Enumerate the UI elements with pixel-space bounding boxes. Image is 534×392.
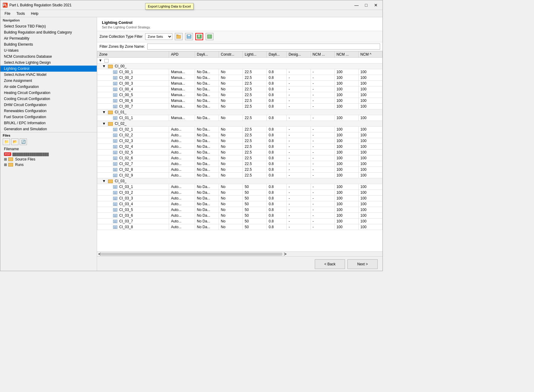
open-folder-button[interactable]: 📁 [3,138,10,145]
table-row[interactable]: □ CI_02_9 Auto... No Da... No 22.5 0.8 -… [97,173,383,178]
panel-header: Lighting Control Set the Lighting Contro… [97,17,383,31]
group-toggle-icon[interactable]: ▼ [102,179,106,183]
close-button[interactable]: ✕ [372,2,380,8]
zone-constr: No [219,173,243,178]
zone-dayli1: No Da... [195,161,219,167]
nav-item-select-hvac[interactable]: Select Active HVAC Model [0,72,97,78]
table-row[interactable]: □ CI_00_2 Manua... No Da... No 22.5 0.8 … [97,75,383,81]
nav-item-lighting-control[interactable]: Lighting Control [0,66,97,72]
navigation-scroll[interactable]: Select Source TBD File(s) Building Regul… [0,23,97,271]
files-section: Files 📁 📂 🔄 Filename PDF ███████████████… [0,132,97,169]
project-file[interactable]: PDF █████████████████ [3,152,94,157]
zone-d2: 0.8 [267,127,287,132]
source-files-folder[interactable]: ⊞ Source Files [3,157,94,162]
table-row[interactable]: □ CI_02_4 Auto... No Da... No 22.5 0.8 -… [97,144,383,150]
nav-item-cooling-circuit[interactable]: Cooling Circuit Configuration [0,96,97,102]
next-button[interactable]: Next > [347,259,378,269]
scroll-left-button[interactable]: < [98,251,101,257]
menu-tools[interactable]: Tools [13,11,28,16]
export-excel-button[interactable]: X [195,33,203,40]
open-file-button[interactable]: 📂 [11,138,18,145]
col-constr: Constr... [219,51,243,58]
nav-item-u-values[interactable]: U-Values [0,47,97,53]
open-folder-toolbar-button[interactable] [175,33,183,40]
table-row[interactable]: □ CI_02_2 Auto... No Da... No 22.5 0.8 -… [97,132,383,138]
table-row[interactable]: □ CI_03_1 Auto... No Da... No 50 0.8 - -… [97,184,383,190]
menu-file[interactable]: File [2,11,13,16]
nav-item-heating-circuit[interactable]: Heating Circuit Configuration [0,90,97,96]
table-row[interactable]: □ CI_00_4 Manua... No Da... No 22.5 0.8 … [97,86,383,92]
nav-item-select-active-lighting[interactable]: Select Active Lighting Design [0,60,97,66]
zone-n1: 100 [334,173,358,178]
nav-item-building-reg[interactable]: Building Regulation and Building Categor… [0,29,97,35]
hscroll-bar[interactable]: < > [97,251,383,256]
nav-item-air-side[interactable]: Air-side Configuration [0,84,97,90]
zone-icon: □ [113,225,117,229]
table-row[interactable]: □ CI_03_7 Auto... No Da... No 50 0.8 - -… [97,219,383,224]
group-toggle-icon[interactable]: ▼ [102,121,106,126]
runs-folder[interactable]: ⊞ Runs [3,162,94,167]
zone-label: CI_00_7 [119,104,133,109]
zone-apd: Auto... [169,150,195,155]
nav-item-ncm-constructions[interactable]: NCM Constructions Database [0,53,97,60]
table-row[interactable]: □ CI_01_1 Manua... No Da... No 22.5 0.8 … [97,115,383,121]
nav-item-select-source[interactable]: Select Source TBD File(s) [0,23,97,29]
table-row[interactable]: □ CI_02_7 Auto... No Da... No 22.5 0.8 -… [97,161,383,167]
group-label: CI_03_ [115,179,127,183]
zone-d3: - [287,161,311,167]
zone-icon: □ [113,174,117,177]
nav-item-fuel-source[interactable]: Fuel Source Configuration [0,114,97,120]
table-row[interactable]: □ CI_00_5 Manua... No Da... No 22.5 0.8 … [97,92,383,98]
zone-apd: Manua... [169,98,195,104]
nav-item-generation-sim[interactable]: Generation and Simulation [0,126,97,132]
zone-d3: - [287,92,311,98]
group-toggle-icon[interactable]: ▼ [102,110,106,114]
table-row[interactable]: □ CI_00_7 Manua... No Da... No 22.5 0.8 … [97,104,383,109]
refresh-button[interactable]: 🔄 [20,138,27,145]
hscroll-thumb[interactable] [101,253,282,256]
menu-help[interactable]: Help [28,11,41,16]
zone-label: CI_02_7 [119,162,133,166]
group-label: CI_00_ [115,64,127,68]
scroll-right-button[interactable]: > [284,251,286,257]
table-row[interactable]: □ CI_03_8 Auto... No Da... No 50 0.8 - -… [97,224,383,230]
zone-collection-type-select[interactable]: Zone Sets All Zones Floors [145,33,172,40]
table-row[interactable]: □ CI_02_3 Auto... No Da... No 22.5 0.8 -… [97,138,383,144]
table-area[interactable]: Zone APD Dayli... Constr... Lighti... Da… [97,51,383,251]
zone-d2: 0.8 [267,86,287,92]
root-toggle-icon[interactable]: ▼ [99,58,102,63]
table-row[interactable]: □ CI_02_5 Auto... No Da... No 22.5 0.8 -… [97,150,383,155]
table-row[interactable]: □ CI_03_3 Auto... No Da... No 50 0.8 - -… [97,196,383,201]
nav-item-brukl-epc[interactable]: BRUKL / EPC Information [0,120,97,126]
save-toolbar-button[interactable] [185,33,193,40]
table-row[interactable]: □ CI_02_6 Auto... No Da... No 22.5 0.8 -… [97,155,383,161]
table-row[interactable]: □ CI_03_5 Auto... No Da... No 50 0.8 - -… [97,207,383,213]
table-row[interactable]: □ CI_00_3 Manua... No Da... No 22.5 0.8 … [97,81,383,86]
zone-d3: - [287,75,311,81]
table-row[interactable]: □ CI_00_6 Manua... No Da... No 22.5 0.8 … [97,98,383,104]
nav-item-renewables[interactable]: Renewables Configuration [0,108,97,114]
zone-d4: - [311,104,334,109]
back-button[interactable]: < Back [315,259,345,269]
nav-item-zone-assignment[interactable]: Zone Assignment [0,78,97,84]
table-row[interactable]: □ CI_00_1 Manua... No Da... No 22.5 0.8 … [97,69,383,75]
maximize-button[interactable]: □ [362,2,370,8]
main-layout: Navigation Select Source TBD File(s) Bui… [0,17,383,271]
zone-d2: 0.8 [267,98,287,104]
nav-item-building-elements[interactable]: Building Elements [0,41,97,47]
table-row[interactable]: □ CI_03_2 Auto... No Da... No 50 0.8 - -… [97,190,383,196]
import-button[interactable]: ↑ [206,33,213,40]
group-toggle-icon[interactable]: ▼ [102,64,106,68]
filter-zones-input[interactable] [147,44,380,50]
nav-item-air-permeability[interactable]: Air Permeability [0,35,97,41]
table-row[interactable]: □ CI_03_6 Auto... No Da... No 50 0.8 - -… [97,213,383,219]
zone-d2: 0.8 [267,138,287,144]
minimize-button[interactable]: — [352,2,361,8]
zone-label: CI_02_5 [119,150,133,154]
zone-label: CI_02_6 [119,156,133,160]
table-row[interactable]: □ CI_02_8 Auto... No Da... No 22.5 0.8 -… [97,167,383,173]
zone-constr: No [219,115,243,121]
table-row[interactable]: □ CI_03_4 Auto... No Da... No 50 0.8 - -… [97,201,383,207]
table-row[interactable]: □ CI_02_1 Auto... No Da... No 22.5 0.8 -… [97,127,383,132]
nav-item-dhw-circuit[interactable]: DHW Circuit Configuration [0,102,97,108]
